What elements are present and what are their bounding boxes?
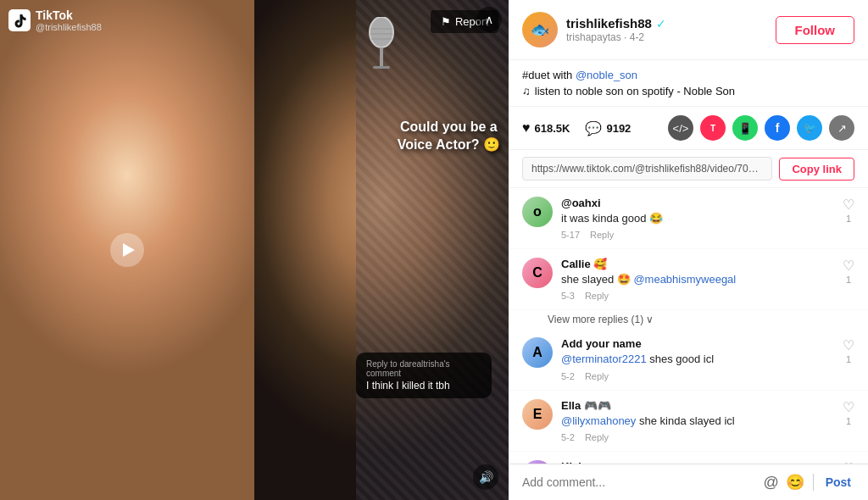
right-panel: 🐟 trishlikefish88 ✓ trishapaytas · 4-2 F… (509, 0, 868, 500)
like-count: 1 (846, 354, 851, 364)
comment-text: @terminator2221 shes good icl (561, 352, 834, 367)
chevron-up-button[interactable]: ∧ (476, 7, 502, 32)
like-button[interactable]: ♡ 1 (843, 258, 854, 285)
like-count: 1 (846, 416, 851, 426)
hashtag-duet: #duet with (522, 69, 576, 81)
video-right (254, 0, 509, 500)
volume-button[interactable]: 🔊 (473, 464, 498, 490)
comment-input[interactable] (522, 475, 754, 489)
heart-outline-icon: ♡ (843, 197, 854, 213)
video-text-overlay: Could you be a Voice Actor? 🙂 (398, 119, 500, 154)
duet-line: #duet with @noble_son (522, 69, 854, 81)
comment-body: @oahxi it was kinda good 😂 5-17 Reply (561, 197, 834, 240)
comment-meta: 5-17 Reply (561, 230, 834, 240)
comment-date: 5-17 (561, 230, 580, 240)
link-input[interactable] (522, 157, 772, 181)
link-row: Copy link (509, 150, 868, 188)
view-replies-label: View more replies (1) ∨ (548, 314, 654, 325)
comment-date: 5-2 (561, 432, 575, 442)
video-handle: @trishlikefish88 (36, 22, 102, 32)
share-icons: </> T 📱 f 🐦 ↗ (668, 115, 854, 141)
tiktok-brand-name: TikTok (36, 8, 102, 22)
tiktok-share-button[interactable]: T (700, 115, 726, 141)
comment-bubble-text: I think I killed it tbh (366, 380, 481, 392)
comment-item: o @oahxi it was kinda good 😂 5-17 Reply … (509, 188, 868, 249)
music-text: listen to noble son on spotify - Noble S… (535, 85, 735, 97)
like-button[interactable]: ♡ 1 (843, 197, 854, 224)
likes-stat: ♥ 618.5K (522, 120, 570, 136)
verified-badge: ✓ (656, 17, 666, 31)
heart-outline-icon: ♡ (843, 337, 854, 353)
svg-rect-1 (380, 47, 383, 68)
comments-count: 9192 (606, 122, 631, 135)
heart-icon: ♥ (522, 120, 531, 136)
comment-username: Add your name (561, 337, 834, 350)
heart-outline-icon: ♡ (843, 258, 854, 274)
comment-body: Add your name @terminator2221 shes good … (561, 337, 834, 381)
reply-to-label: Reply to darealtrisha's comment (366, 359, 481, 378)
like-count: 1 (846, 214, 851, 224)
username: trishlikefish88 (566, 16, 652, 31)
comment-text: it was kinda good 😂 (561, 211, 834, 226)
overlay-text: Could you be a (398, 119, 500, 136)
divider (813, 474, 814, 491)
follow-button[interactable]: Follow (776, 16, 855, 44)
comment-date: 5-3 (561, 291, 575, 301)
reply-button[interactable]: Reply (585, 432, 609, 442)
description-section: #duet with @noble_son ♫ listen to noble … (509, 60, 868, 107)
like-count: 1 (846, 275, 851, 285)
like-button[interactable]: ♡ 1 (843, 399, 854, 426)
comment-item: K Kiel @anni.rgn Puuurr . She servedddd … (509, 452, 868, 464)
post-button[interactable]: Post (822, 475, 854, 489)
comment-username: Callie 🥰 (561, 258, 834, 270)
embed-button[interactable]: </> (668, 115, 693, 141)
comment-username: @oahxi (561, 197, 834, 209)
commenter-avatar: C (522, 258, 553, 288)
avatar: 🐟 (522, 12, 558, 47)
input-icons: @ 😊 (763, 473, 804, 492)
profile-sub: trishapaytas · 4-2 (566, 31, 767, 43)
commenter-avatar: E (522, 399, 553, 430)
stats-row: ♥ 618.5K 💬 9192 </> T 📱 f 🐦 ↗ (509, 107, 868, 150)
heart-outline-icon: ♡ (843, 399, 854, 415)
comment-body: Ella 🎮🎮 @lilyxmahoney she kinda slayed i… (561, 399, 834, 442)
flag-icon: ⚑ (441, 15, 451, 28)
video-panel: TikTok @trishlikefish88 ⚑ Report Could y… (0, 0, 509, 500)
comment-overlay: Reply to darealtrisha's comment I think … (356, 353, 492, 398)
like-button[interactable]: ♡ 1 (843, 337, 854, 364)
comment-meta: 5-2 Reply (561, 432, 834, 442)
duet-link[interactable]: @noble_son (576, 69, 637, 81)
comment-date: 5-2 (561, 371, 575, 381)
commenter-avatar: A (522, 337, 553, 368)
comment-body: Callie 🥰 she slayed 🤩 @meabhismyweegal 5… (561, 258, 834, 301)
profile-header: 🐟 trishlikefish88 ✓ trishapaytas · 4-2 F… (509, 0, 868, 60)
comment-text: @lilyxmahoney she kinda slayed icl (561, 414, 834, 429)
svg-point-0 (370, 17, 393, 47)
music-line: ♫ listen to noble son on spotify - Noble… (522, 85, 854, 97)
profile-info: trishlikefish88 ✓ trishapaytas · 4-2 (566, 16, 767, 43)
comment-meta: 5-3 Reply (561, 291, 834, 301)
tiktok-brand: TikTok @trishlikefish88 (8, 8, 102, 32)
comments-stat: 💬 9192 (585, 120, 631, 136)
comment-input-area: @ 😊 Post (509, 464, 868, 500)
comment-icon: 💬 (585, 120, 602, 136)
comment-item: A Add your name @terminator2221 shes goo… (509, 329, 868, 390)
reply-button[interactable]: Reply (585, 291, 609, 301)
likes-count: 618.5K (535, 122, 570, 135)
comments-section[interactable]: o @oahxi it was kinda good 😂 5-17 Reply … (509, 188, 868, 464)
svg-rect-2 (373, 66, 390, 69)
reply-button[interactable]: Reply (585, 371, 609, 381)
more-share-button[interactable]: ↗ (829, 115, 854, 141)
copy-link-button[interactable]: Copy link (779, 158, 854, 181)
reply-button[interactable]: Reply (590, 230, 614, 240)
emoji-icon[interactable]: 😊 (786, 473, 804, 492)
facebook-share-button[interactable]: f (765, 115, 790, 141)
view-replies-button[interactable]: View more replies (1) ∨ (509, 310, 868, 329)
commenter-avatar: o (522, 197, 553, 227)
overlay-text-2: Voice Actor? 🙂 (398, 136, 500, 154)
comment-item: C Callie 🥰 she slayed 🤩 @meabhismyweegal… (509, 249, 868, 310)
whatsapp-share-button[interactable]: 📱 (732, 115, 758, 141)
at-icon[interactable]: @ (763, 474, 778, 492)
play-button[interactable] (110, 233, 144, 267)
twitter-share-button[interactable]: 🐦 (797, 115, 822, 141)
